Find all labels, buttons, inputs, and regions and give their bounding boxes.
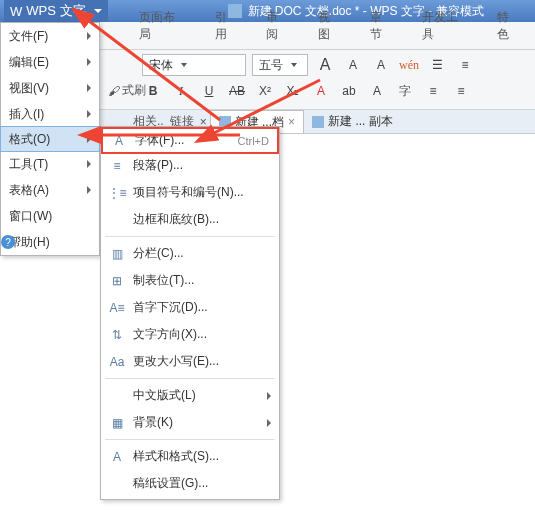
line-spacing-button[interactable]: ☰ xyxy=(426,54,448,76)
menu-item-help[interactable]: ?帮助(H) xyxy=(1,229,99,255)
submenu-item-changecase[interactable]: Aa更改大小写(E)... xyxy=(101,348,279,375)
changecase-icon: Aa xyxy=(109,354,125,370)
chevron-down-icon xyxy=(291,63,297,67)
submenu-item-background[interactable]: ▦背景(K) xyxy=(101,409,279,436)
submenu-arrow-icon xyxy=(87,32,91,40)
menu-item-insert[interactable]: 插入(I) xyxy=(1,101,99,127)
menu-item-file[interactable]: 文件(F) xyxy=(1,23,99,49)
tab-pagelayout[interactable]: 页面布局 xyxy=(125,3,201,49)
submenu-label: 字体(F)... xyxy=(135,132,230,149)
submenu-label: 段落(P)... xyxy=(133,157,271,174)
align-left-button[interactable]: ≡ xyxy=(422,80,444,102)
submenu-arrow-icon xyxy=(87,186,91,194)
paragraph-icon: ≡ xyxy=(109,158,125,174)
tab-chapters[interactable]: 章节 xyxy=(356,3,408,49)
textdir-icon: ⇅ xyxy=(109,327,125,343)
close-tab-icon[interactable]: × xyxy=(288,115,295,129)
clear-format-button[interactable]: A xyxy=(370,54,392,76)
menu-label: 插入(I) xyxy=(9,106,44,123)
submenu-arrow-icon xyxy=(87,84,91,92)
chevron-down-icon xyxy=(181,63,187,67)
menu-label: 窗口(W) xyxy=(9,208,52,225)
tab-view[interactable]: 视图 xyxy=(304,3,356,49)
submenu-item-styles[interactable]: A样式和格式(S)... xyxy=(101,443,279,470)
submenu-arrow-icon xyxy=(87,110,91,118)
tab-review[interactable]: 审阅 xyxy=(252,3,304,49)
menu-separator xyxy=(105,378,275,379)
underline-button[interactable]: U xyxy=(198,80,220,102)
brush-icon: 🖌 xyxy=(108,84,120,98)
borders-icon xyxy=(109,212,125,228)
submenu-arrow-icon xyxy=(267,392,271,400)
font-name-value: 宋体 xyxy=(149,57,173,74)
superscript-button[interactable]: X² xyxy=(254,80,276,102)
font-color-button[interactable]: A xyxy=(310,80,332,102)
highlight-button[interactable]: ab xyxy=(338,80,360,102)
tab-references[interactable]: 引用 xyxy=(201,3,253,49)
blank-icon xyxy=(109,388,125,404)
menu-label: 视图(V) xyxy=(9,80,49,97)
font-name-select[interactable]: 宋体 xyxy=(142,54,246,76)
app-menu-button[interactable]: W WPS 文字 xyxy=(4,0,108,22)
tab-special[interactable]: 特色 xyxy=(483,3,535,49)
submenu-label: 制表位(T)... xyxy=(133,272,271,289)
submenu-label: 首字下沉(D)... xyxy=(133,299,271,316)
bullets-button[interactable]: ≡ xyxy=(454,54,476,76)
submenu-item-borders[interactable]: 边框和底纹(B)... xyxy=(101,206,279,233)
subscript-button[interactable]: X₂ xyxy=(282,80,304,102)
submenu-label: 文字方向(X)... xyxy=(133,326,271,343)
menu-item-window[interactable]: 窗口(W) xyxy=(1,203,99,229)
shrink-font-button[interactable]: A xyxy=(342,54,364,76)
menu-label: 帮助(H) xyxy=(9,234,50,251)
dropcap-icon: A≡ xyxy=(109,300,125,316)
submenu-item-grid[interactable]: 稿纸设置(G)... xyxy=(101,470,279,497)
format-painter-button[interactable]: 🖌 式刷 xyxy=(108,82,146,99)
submenu-item-paragraph[interactable]: ≡段落(P)... xyxy=(101,152,279,179)
char-shading-button[interactable]: A xyxy=(366,80,388,102)
columns-icon: ▥ xyxy=(109,246,125,262)
blank-icon xyxy=(109,476,125,492)
align-center-button[interactable]: ≡ xyxy=(450,80,472,102)
grow-font-button[interactable]: A xyxy=(314,54,336,76)
enclose-char-button[interactable]: 字 xyxy=(394,80,416,102)
submenu-item-font[interactable]: A 字体(F)... Ctrl+D xyxy=(101,127,279,154)
submenu-item-dropcap[interactable]: A≡首字下沉(D)... xyxy=(101,294,279,321)
tab-developer[interactable]: 开发工具 xyxy=(408,3,484,49)
shortcut-text: Ctrl+D xyxy=(238,135,269,147)
submenu-item-bullets[interactable]: ⋮≡项目符号和编号(N)... xyxy=(101,179,279,206)
menu-item-edit[interactable]: 编辑(E) xyxy=(1,49,99,75)
bold-button[interactable]: B xyxy=(142,80,164,102)
submenu-item-columns[interactable]: ▥分栏(C)... xyxy=(101,240,279,267)
menu-item-table[interactable]: 表格(A) xyxy=(1,177,99,203)
submenu-label: 中文版式(L) xyxy=(133,387,259,404)
submenu-label: 背景(K) xyxy=(133,414,259,431)
menu-item-format[interactable]: 格式(O) xyxy=(0,126,100,152)
document-icon xyxy=(312,116,324,128)
format-submenu: A 字体(F)... Ctrl+D ≡段落(P)... ⋮≡项目符号和编号(N)… xyxy=(100,126,280,500)
font-size-select[interactable]: 五号 xyxy=(252,54,308,76)
wps-logo-icon: W xyxy=(10,4,22,19)
submenu-arrow-icon xyxy=(87,160,91,168)
doc-tab[interactable]: 新建 ... 副本 xyxy=(304,110,401,133)
submenu-arrow-icon xyxy=(87,135,91,143)
menu-item-view[interactable]: 视图(V) xyxy=(1,75,99,101)
menu-item-tools[interactable]: 工具(T) xyxy=(1,151,99,177)
background-icon: ▦ xyxy=(109,415,125,431)
submenu-label: 稿纸设置(G)... xyxy=(133,475,271,492)
tabs-icon: ⊞ xyxy=(109,273,125,289)
main-app-menu: 文件(F) 编辑(E) 视图(V) 插入(I) 格式(O) 工具(T) 表格(A… xyxy=(0,22,100,256)
submenu-item-chinese[interactable]: 中文版式(L) xyxy=(101,382,279,409)
phonetic-guide-button[interactable]: wén xyxy=(398,54,420,76)
font-icon: A xyxy=(111,133,127,149)
app-name: WPS 文字 xyxy=(26,2,85,20)
submenu-label: 更改大小写(E)... xyxy=(133,353,271,370)
submenu-item-textdir[interactable]: ⇅文字方向(X)... xyxy=(101,321,279,348)
doc-tab-label: 新建 ... 副本 xyxy=(328,113,393,130)
menu-label: 格式(O) xyxy=(9,131,50,148)
italic-button[interactable]: I xyxy=(170,80,192,102)
submenu-label: 边框和底纹(B)... xyxy=(133,211,271,228)
menu-separator xyxy=(105,439,275,440)
strikethrough-button[interactable]: AB xyxy=(226,80,248,102)
menu-label: 表格(A) xyxy=(9,182,49,199)
submenu-item-tabs[interactable]: ⊞制表位(T)... xyxy=(101,267,279,294)
